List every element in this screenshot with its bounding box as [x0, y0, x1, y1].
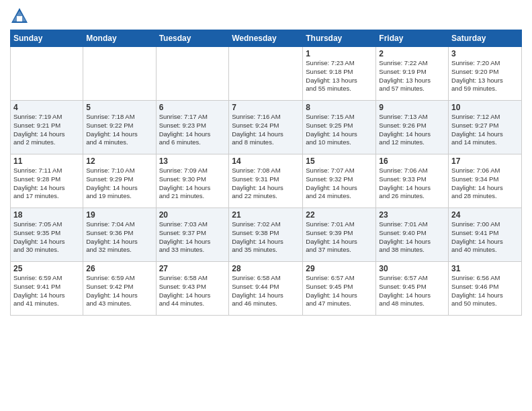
calendar-cell: 25Sunrise: 6:59 AM Sunset: 9:41 PM Dayli… — [11, 262, 83, 316]
weekday-header-row: SundayMondayTuesdayWednesdayThursdayFrid… — [11, 30, 522, 47]
weekday-header-sunday: Sunday — [11, 30, 83, 47]
calendar-cell: 1Sunrise: 7:23 AM Sunset: 9:18 PM Daylig… — [303, 47, 376, 101]
day-info: Sunrise: 6:58 AM Sunset: 9:43 PM Dayligh… — [159, 274, 226, 308]
day-number: 19 — [86, 210, 152, 220]
calendar: SundayMondayTuesdayWednesdayThursdayFrid… — [10, 30, 522, 316]
calendar-cell: 22Sunrise: 7:01 AM Sunset: 9:39 PM Dayli… — [303, 208, 376, 262]
calendar-cell: 18Sunrise: 7:05 AM Sunset: 9:35 PM Dayli… — [11, 208, 83, 262]
calendar-cell: 9Sunrise: 7:13 AM Sunset: 9:26 PM Daylig… — [376, 101, 449, 154]
calendar-cell: 11Sunrise: 7:11 AM Sunset: 9:28 PM Dayli… — [11, 154, 83, 208]
calendar-cell: 6Sunrise: 7:17 AM Sunset: 9:23 PM Daylig… — [156, 101, 229, 154]
calendar-cell: 28Sunrise: 6:58 AM Sunset: 9:44 PM Dayli… — [229, 262, 303, 316]
day-info: Sunrise: 7:03 AM Sunset: 9:37 PM Dayligh… — [159, 220, 226, 255]
calendar-cell: 8Sunrise: 7:15 AM Sunset: 9:25 PM Daylig… — [303, 101, 376, 154]
day-number: 7 — [232, 103, 300, 112]
calendar-row-3: 18Sunrise: 7:05 AM Sunset: 9:35 PM Dayli… — [11, 208, 522, 262]
day-number: 29 — [306, 264, 373, 273]
calendar-row-1: 4Sunrise: 7:19 AM Sunset: 9:21 PM Daylig… — [11, 101, 522, 154]
calendar-cell: 10Sunrise: 7:12 AM Sunset: 9:27 PM Dayli… — [449, 101, 522, 154]
calendar-cell: 30Sunrise: 6:57 AM Sunset: 9:45 PM Dayli… — [376, 262, 449, 316]
day-info: Sunrise: 7:00 AM Sunset: 9:41 PM Dayligh… — [451, 220, 519, 255]
day-number: 20 — [159, 210, 226, 220]
day-info: Sunrise: 7:23 AM Sunset: 9:18 PM Dayligh… — [306, 59, 373, 93]
day-info: Sunrise: 7:09 AM Sunset: 9:30 PM Dayligh… — [159, 167, 226, 201]
calendar-cell: 4Sunrise: 7:19 AM Sunset: 9:21 PM Daylig… — [11, 101, 83, 154]
calendar-cell: 20Sunrise: 7:03 AM Sunset: 9:37 PM Dayli… — [156, 208, 229, 262]
calendar-cell: 14Sunrise: 7:08 AM Sunset: 9:31 PM Dayli… — [229, 154, 303, 208]
day-info: Sunrise: 6:57 AM Sunset: 9:45 PM Dayligh… — [379, 274, 445, 308]
calendar-cell: 12Sunrise: 7:10 AM Sunset: 9:29 PM Dayli… — [83, 154, 156, 208]
header — [10, 7, 522, 26]
day-number: 1 — [306, 49, 373, 58]
day-number: 6 — [159, 103, 226, 112]
calendar-cell: 26Sunrise: 6:59 AM Sunset: 9:42 PM Dayli… — [83, 262, 156, 316]
day-info: Sunrise: 7:05 AM Sunset: 9:35 PM Dayligh… — [13, 220, 80, 255]
day-number: 17 — [451, 156, 519, 166]
day-info: Sunrise: 7:15 AM Sunset: 9:25 PM Dayligh… — [306, 113, 373, 147]
day-info: Sunrise: 7:01 AM Sunset: 9:40 PM Dayligh… — [379, 220, 445, 255]
day-number: 22 — [306, 210, 373, 220]
calendar-cell: 15Sunrise: 7:07 AM Sunset: 9:32 PM Dayli… — [303, 154, 376, 208]
weekday-header-wednesday: Wednesday — [229, 30, 303, 47]
day-number: 28 — [232, 264, 300, 273]
calendar-cell — [11, 47, 83, 101]
day-number: 8 — [306, 103, 373, 112]
calendar-row-4: 25Sunrise: 6:59 AM Sunset: 9:41 PM Dayli… — [11, 262, 522, 316]
day-number: 3 — [451, 49, 519, 58]
weekday-header-monday: Monday — [83, 30, 156, 47]
day-number: 16 — [379, 156, 445, 166]
day-info: Sunrise: 7:19 AM Sunset: 9:21 PM Dayligh… — [13, 113, 80, 147]
calendar-cell — [229, 47, 303, 101]
day-info: Sunrise: 7:20 AM Sunset: 9:20 PM Dayligh… — [451, 59, 519, 93]
calendar-cell: 5Sunrise: 7:18 AM Sunset: 9:22 PM Daylig… — [83, 101, 156, 154]
day-info: Sunrise: 6:56 AM Sunset: 9:46 PM Dayligh… — [451, 274, 519, 308]
day-number: 24 — [451, 210, 519, 220]
day-info: Sunrise: 7:08 AM Sunset: 9:31 PM Dayligh… — [232, 167, 300, 201]
day-info: Sunrise: 7:01 AM Sunset: 9:39 PM Dayligh… — [306, 220, 373, 255]
day-info: Sunrise: 6:59 AM Sunset: 9:41 PM Dayligh… — [13, 274, 80, 308]
calendar-cell: 7Sunrise: 7:16 AM Sunset: 9:24 PM Daylig… — [229, 101, 303, 154]
calendar-cell: 21Sunrise: 7:02 AM Sunset: 9:38 PM Dayli… — [229, 208, 303, 262]
svg-rect-2 — [17, 16, 22, 21]
calendar-cell: 17Sunrise: 7:06 AM Sunset: 9:34 PM Dayli… — [449, 154, 522, 208]
day-number: 10 — [451, 103, 519, 112]
calendar-cell: 2Sunrise: 7:22 AM Sunset: 9:19 PM Daylig… — [376, 47, 449, 101]
day-info: Sunrise: 7:18 AM Sunset: 9:22 PM Dayligh… — [86, 113, 152, 147]
day-info: Sunrise: 7:02 AM Sunset: 9:38 PM Dayligh… — [232, 220, 300, 255]
day-number: 13 — [159, 156, 226, 166]
day-number: 25 — [13, 264, 80, 273]
day-number: 30 — [379, 264, 445, 273]
day-info: Sunrise: 7:04 AM Sunset: 9:36 PM Dayligh… — [86, 220, 152, 255]
day-number: 23 — [379, 210, 445, 220]
calendar-cell: 13Sunrise: 7:09 AM Sunset: 9:30 PM Dayli… — [156, 154, 229, 208]
calendar-cell: 31Sunrise: 6:56 AM Sunset: 9:46 PM Dayli… — [449, 262, 522, 316]
day-number: 12 — [86, 156, 152, 166]
day-number: 27 — [159, 264, 226, 273]
calendar-cell: 23Sunrise: 7:01 AM Sunset: 9:40 PM Dayli… — [376, 208, 449, 262]
day-info: Sunrise: 7:16 AM Sunset: 9:24 PM Dayligh… — [232, 113, 300, 147]
calendar-cell — [83, 47, 156, 101]
calendar-cell: 16Sunrise: 7:06 AM Sunset: 9:33 PM Dayli… — [376, 154, 449, 208]
day-info: Sunrise: 6:57 AM Sunset: 9:45 PM Dayligh… — [306, 274, 373, 308]
day-info: Sunrise: 7:22 AM Sunset: 9:19 PM Dayligh… — [379, 59, 445, 93]
day-info: Sunrise: 7:17 AM Sunset: 9:23 PM Dayligh… — [159, 113, 226, 147]
logo — [10, 7, 31, 26]
day-number: 9 — [379, 103, 445, 112]
day-info: Sunrise: 7:06 AM Sunset: 9:33 PM Dayligh… — [379, 167, 445, 201]
calendar-row-2: 11Sunrise: 7:11 AM Sunset: 9:28 PM Dayli… — [11, 154, 522, 208]
day-number: 11 — [13, 156, 80, 166]
calendar-cell: 3Sunrise: 7:20 AM Sunset: 9:20 PM Daylig… — [449, 47, 522, 101]
weekday-header-saturday: Saturday — [449, 30, 522, 47]
day-info: Sunrise: 7:12 AM Sunset: 9:27 PM Dayligh… — [451, 113, 519, 147]
day-number: 5 — [86, 103, 152, 112]
page: SundayMondayTuesdayWednesdayThursdayFrid… — [0, 0, 532, 411]
day-number: 18 — [13, 210, 80, 220]
day-number: 2 — [379, 49, 445, 58]
day-info: Sunrise: 6:58 AM Sunset: 9:44 PM Dayligh… — [232, 274, 300, 308]
day-number: 4 — [13, 103, 80, 112]
day-info: Sunrise: 7:07 AM Sunset: 9:32 PM Dayligh… — [306, 167, 373, 201]
day-info: Sunrise: 7:13 AM Sunset: 9:26 PM Dayligh… — [379, 113, 445, 147]
day-number: 26 — [86, 264, 152, 273]
day-number: 15 — [306, 156, 373, 166]
calendar-cell: 24Sunrise: 7:00 AM Sunset: 9:41 PM Dayli… — [449, 208, 522, 262]
